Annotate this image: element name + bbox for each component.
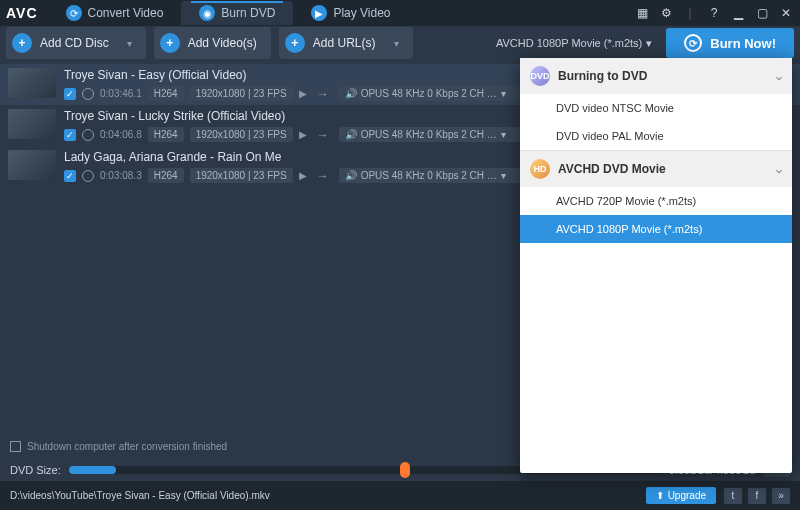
group-title: AVCHD DVD Movie <box>558 162 666 176</box>
nav-label: Burn DVD <box>221 6 275 20</box>
disc-icon: ◉ <box>199 5 215 21</box>
upgrade-label: Upgrade <box>668 490 706 501</box>
add-cd-disc-button[interactable]: + Add CD Disc ▾ <box>6 27 146 59</box>
shutdown-label: Shutdown computer after conversion finis… <box>27 441 227 452</box>
speaker-icon: 🔊 <box>345 129 357 140</box>
size-fill <box>69 466 116 474</box>
refresh-icon: ⟳ <box>684 34 702 52</box>
dropdown-item[interactable]: AVCHD 720P Movie (*.m2ts) <box>520 187 792 215</box>
slider-handle[interactable] <box>400 462 410 478</box>
chevron-down-icon: ▾ <box>646 37 652 50</box>
dropdown-group-header[interactable]: HD AVCHD DVD Movie ⌵ <box>520 151 792 187</box>
resolution-badge: 1920x1080 | 23 FPS <box>190 127 293 142</box>
format-dropdown: DVD Burning to DVD ⌵ DVD video NTSC Movi… <box>520 58 792 473</box>
audio-label: OPUS 48 KHz 0 Kbps 2 CH … <box>361 88 497 99</box>
up-arrow-icon: ⬆ <box>656 490 664 501</box>
nav-label: Play Video <box>333 6 390 20</box>
audio-label: OPUS 48 KHz 0 Kbps 2 CH … <box>361 170 497 181</box>
app-logo: AVC <box>6 5 38 21</box>
chevron-down-icon: ▾ <box>394 38 399 49</box>
play-icon[interactable]: ▶ <box>299 88 307 99</box>
window-controls: ▦ ⚙ | ? ▁ ▢ ✕ <box>634 5 794 21</box>
add-urls-button[interactable]: + Add URL(s) ▾ <box>279 27 413 59</box>
refresh-icon: ⟳ <box>66 5 82 21</box>
more-icon[interactable]: » <box>772 488 790 504</box>
plus-globe-icon: + <box>285 33 305 53</box>
file-path: D:\videos\YouTube\Troye Sivan - Easy (Of… <box>10 490 270 501</box>
codec-badge: H264 <box>148 168 184 183</box>
dropdown-item[interactable]: DVD video PAL Movie <box>520 122 792 150</box>
resolution-badge: 1920x1080 | 23 FPS <box>190 86 293 101</box>
dropdown-group-header[interactable]: DVD Burning to DVD ⌵ <box>520 58 792 94</box>
chevron-down-icon: ▾ <box>501 170 506 181</box>
top-nav: ⟳ Convert Video ◉ Burn DVD ▶ Play Video <box>48 1 634 25</box>
nav-convert-video[interactable]: ⟳ Convert Video <box>48 1 182 25</box>
plus-disc-icon: + <box>12 33 32 53</box>
disc-icon <box>82 170 94 182</box>
chevron-down-icon: ▾ <box>501 88 506 99</box>
duration: 0:03:46.1 <box>100 88 142 99</box>
close-icon[interactable]: ✕ <box>778 5 794 21</box>
dvd-size-label: DVD Size: <box>10 464 61 476</box>
title-bar: AVC ⟳ Convert Video ◉ Burn DVD ▶ Play Vi… <box>0 0 800 26</box>
format-label: AVCHD 1080P Movie (*.m2ts) <box>496 37 642 49</box>
audio-label: OPUS 48 KHz 0 Kbps 2 CH … <box>361 129 497 140</box>
chevron-down-icon: ▾ <box>501 129 506 140</box>
plus-film-icon: + <box>160 33 180 53</box>
duration: 0:04:06.8 <box>100 129 142 140</box>
disc-icon <box>82 129 94 141</box>
hd-dvd-icon: HD <box>530 159 550 179</box>
shutdown-checkbox[interactable] <box>10 441 21 452</box>
button-label: Add URL(s) <box>313 36 376 50</box>
arrow-right-icon: → <box>313 87 333 101</box>
nav-burn-dvd[interactable]: ◉ Burn DVD <box>181 1 293 25</box>
dvd-icon: DVD <box>530 66 550 86</box>
divider: | <box>682 5 698 21</box>
group-title: Burning to DVD <box>558 69 647 83</box>
codec-badge: H264 <box>148 86 184 101</box>
video-thumbnail <box>8 68 56 98</box>
speaker-icon: 🔊 <box>345 88 357 99</box>
arrow-right-icon: → <box>313 128 333 142</box>
add-videos-button[interactable]: + Add Video(s) <box>154 27 271 59</box>
checkbox-checked-icon[interactable]: ✓ <box>64 170 76 182</box>
button-label: Burn Now! <box>710 36 776 51</box>
output-format-select[interactable]: AVCHD 1080P Movie (*.m2ts) ▾ <box>490 33 658 54</box>
upgrade-button[interactable]: ⬆ Upgrade <box>646 487 716 504</box>
resolution-badge: 1920x1080 | 23 FPS <box>190 168 293 183</box>
minimize-icon[interactable]: ▁ <box>730 5 746 21</box>
checkbox-checked-icon[interactable]: ✓ <box>64 88 76 100</box>
social-links: t f » <box>724 488 790 504</box>
help-icon[interactable]: ? <box>706 5 722 21</box>
burn-now-button[interactable]: ⟳ Burn Now! <box>666 28 794 58</box>
play-icon[interactable]: ▶ <box>299 170 307 181</box>
chevron-down-icon: ⌵ <box>776 164 782 175</box>
nav-play-video[interactable]: ▶ Play Video <box>293 1 408 25</box>
arrow-right-icon: → <box>313 169 333 183</box>
dropdown-item[interactable]: DVD video NTSC Movie <box>520 94 792 122</box>
disc-icon <box>82 88 94 100</box>
nav-label: Convert Video <box>88 6 164 20</box>
twitter-icon[interactable]: t <box>724 488 742 504</box>
maximize-icon[interactable]: ▢ <box>754 5 770 21</box>
menu-icon[interactable]: ▦ <box>634 5 650 21</box>
video-thumbnail <box>8 109 56 139</box>
chevron-down-icon: ▾ <box>127 38 132 49</box>
checkbox-checked-icon[interactable]: ✓ <box>64 129 76 141</box>
button-label: Add CD Disc <box>40 36 109 50</box>
chevron-down-icon: ⌵ <box>776 71 782 82</box>
play-icon: ▶ <box>311 5 327 21</box>
main-toolbar: + Add CD Disc ▾ + Add Video(s) + Add URL… <box>0 26 800 60</box>
speaker-icon: 🔊 <box>345 170 357 181</box>
status-bar: D:\videos\YouTube\Troye Sivan - Easy (Of… <box>0 481 800 510</box>
dropdown-item-selected[interactable]: AVCHD 1080P Movie (*.m2ts) <box>520 215 792 243</box>
gear-icon[interactable]: ⚙ <box>658 5 674 21</box>
video-thumbnail <box>8 150 56 180</box>
duration: 0:03:08.3 <box>100 170 142 181</box>
play-icon[interactable]: ▶ <box>299 129 307 140</box>
codec-badge: H264 <box>148 127 184 142</box>
facebook-icon[interactable]: f <box>748 488 766 504</box>
button-label: Add Video(s) <box>188 36 257 50</box>
